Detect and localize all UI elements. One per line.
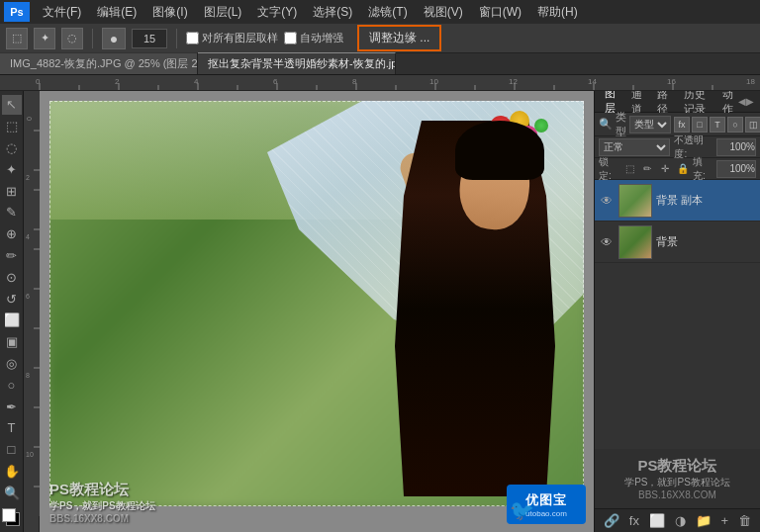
brush-size-input[interactable]: 15	[132, 29, 167, 48]
ruler-v-svg: 0 2 4 6 8 10	[24, 91, 40, 516]
filter-smart-icon[interactable]: ◫	[745, 117, 760, 133]
filter-pixel-icon[interactable]: □	[692, 117, 708, 133]
brush-tool[interactable]: ✏	[2, 246, 22, 266]
clone-tool[interactable]: ⊙	[2, 267, 22, 287]
lasso-tool-btn[interactable]: ◌	[2, 138, 22, 158]
lasso-tool[interactable]: ◌	[61, 28, 83, 49]
magic-wand-tool[interactable]: ✦	[34, 28, 55, 49]
svg-text:6: 6	[273, 77, 278, 86]
layer-delete-button[interactable]: 🗑	[738, 513, 751, 528]
layers-blend-row: 正常 溶解 不透明度:	[595, 136, 760, 158]
refine-edge-button[interactable]: 调整边缘 ...	[357, 25, 441, 51]
move-tool[interactable]: ↖	[2, 95, 22, 115]
filter-fx-icon[interactable]: fx	[674, 117, 690, 133]
layer-0-visibility[interactable]: 👁	[599, 193, 615, 209]
lock-transparent-button[interactable]: ⬚	[622, 161, 637, 177]
layer-link-button[interactable]: 🔗	[604, 513, 619, 528]
lock-position-button[interactable]: ✛	[658, 161, 673, 177]
photo-image[interactable]	[49, 101, 584, 506]
ruler-horizontal: 0 2 4 6 8 10 12 14 16 18	[0, 75, 760, 91]
tab-1[interactable]: IMG_4882-恢复的.JPG @ 25% (图层 2, RGB/8)* ✕	[0, 52, 198, 74]
blur-tool[interactable]: ◎	[2, 354, 22, 374]
fill-input[interactable]	[716, 160, 756, 178]
selection-tool[interactable]: ⬚	[2, 117, 22, 136]
ruler-h-svg: 0 2 4 6 8 10 12 14 16 18	[0, 75, 760, 90]
layers-lock-row: 锁定: ⬚ ✏ ✛ 🔒 填充:	[595, 158, 760, 180]
svg-text:14: 14	[588, 77, 597, 86]
dodge-tool[interactable]: ○	[2, 375, 22, 395]
layer-adjustment-button[interactable]: ◑	[675, 513, 686, 528]
menu-layer[interactable]: 图层(L)	[197, 2, 249, 23]
auto-enhance-checkbox[interactable]	[284, 32, 297, 44]
menu-edit[interactable]: 编辑(E)	[90, 2, 143, 23]
layer-0-thumbnail	[618, 184, 652, 218]
menu-image[interactable]: 图像(I)	[145, 2, 194, 23]
svg-text:2: 2	[115, 77, 120, 86]
layer-item-1[interactable]: 👁 背景	[595, 222, 760, 263]
svg-text:6: 6	[26, 293, 30, 300]
layer-1-thumbnail	[618, 225, 652, 259]
gradient-tool[interactable]: ▣	[2, 332, 22, 352]
photo-canvas[interactable]: PS教程论坛 学PS，就到PS教程论坛 BBS.16XX8.COM 🐦 优图宝 …	[40, 91, 594, 532]
options-bar: ⬚ ✦ ◌ ● 15 对所有图层取样 自动增强 调整边缘 ...	[0, 24, 760, 53]
sample-all-layers-checkbox[interactable]	[186, 32, 199, 44]
layers-panel: 图层 通道 路径 历史记录 动作 ◀▶ 🔍 类型 类型 名称 fx □ T ○ …	[594, 91, 760, 532]
layer-group-button[interactable]: 📁	[696, 513, 712, 528]
heal-tool[interactable]: ⊕	[2, 224, 22, 244]
ps-panel-title: PS教程论坛	[603, 457, 752, 476]
panel-collapse-button[interactable]: ◀▶	[738, 96, 754, 107]
eraser-tool[interactable]: ⬜	[2, 310, 22, 330]
hand-tool[interactable]: ✋	[2, 462, 22, 482]
quick-select-tool[interactable]: ⬚	[6, 28, 28, 49]
foreground-background-colors[interactable]	[2, 508, 22, 528]
lock-pixels-button[interactable]: ✏	[640, 161, 655, 177]
zoom-tool[interactable]: 🔍	[2, 483, 22, 502]
menu-view[interactable]: 视图(V)	[417, 2, 470, 23]
shape-tool[interactable]: □	[2, 440, 22, 460]
menu-select[interactable]: 选择(S)	[306, 2, 359, 23]
brush-size-icon[interactable]: ●	[102, 28, 126, 49]
lock-all-button[interactable]: 🔒	[675, 161, 690, 177]
tab-2[interactable]: 抠出复杂背景半透明婚纱素材-恢复的.jpg @ 100% (背景 副本, RGB…	[198, 52, 396, 74]
menu-file[interactable]: 文件(F)	[36, 2, 88, 23]
layer-panel-footer: 🔗 fx ⬜ ◑ 📁 + 🗑	[595, 508, 760, 532]
filter-shape-icon[interactable]: ○	[727, 117, 743, 133]
layer-new-button[interactable]: +	[721, 513, 729, 528]
pen-tool[interactable]: ✒	[2, 397, 22, 416]
history-brush-tool[interactable]: ↺	[2, 289, 22, 309]
layer-fx-button[interactable]: fx	[629, 513, 639, 528]
filter-type-select[interactable]: 类型 名称	[629, 116, 671, 133]
layer-1-visibility[interactable]: 👁	[599, 234, 615, 250]
fill-label: 填充:	[693, 155, 713, 183]
filter-search-icon: 🔍	[599, 118, 613, 131]
sample-all-layers-label[interactable]: 对所有图层取样	[186, 31, 278, 45]
layer-1-name: 背景	[656, 234, 756, 249]
menu-filter[interactable]: 滤镜(T)	[361, 2, 414, 23]
ps-panel-url: BBS.16XX8.COM	[603, 489, 752, 500]
filter-type-icon[interactable]: T	[710, 117, 725, 133]
photo-hair	[455, 121, 544, 180]
auto-enhance-label[interactable]: 自动增强	[284, 31, 343, 45]
svg-text:4: 4	[26, 233, 30, 240]
svg-text:8: 8	[26, 372, 30, 379]
menu-text[interactable]: 文字(Y)	[250, 2, 304, 23]
opacity-input[interactable]	[716, 138, 756, 156]
layer-0-name: 背景 副本	[656, 193, 756, 208]
svg-text:0: 0	[36, 77, 41, 86]
svg-text:12: 12	[509, 77, 518, 86]
auto-enhance-text: 自动增强	[300, 31, 343, 45]
menu-window[interactable]: 窗口(W)	[472, 2, 528, 23]
layer-item-0[interactable]: 👁 背景 副本	[595, 180, 760, 222]
lock-label: 锁定:	[599, 155, 619, 183]
layer-mask-button[interactable]: ⬜	[649, 513, 665, 528]
eyedropper-tool[interactable]: ✎	[2, 203, 22, 222]
text-tool[interactable]: T	[2, 418, 22, 438]
separator2	[176, 29, 177, 48]
menu-help[interactable]: 帮助(H)	[530, 2, 585, 23]
main-area: ↖ ⬚ ◌ ✦ ⊞ ✎ ⊕ ✏ ⊙ ↺ ⬜ ▣ ◎ ○ ✒ T □ ✋ 🔍 0	[0, 91, 760, 532]
crop-tool[interactable]: ⊞	[2, 181, 22, 201]
blend-mode-select[interactable]: 正常 溶解	[599, 138, 670, 156]
quick-select-tool-btn[interactable]: ✦	[2, 159, 22, 179]
ps-panel-sub: 学PS，就到PS教程论坛	[603, 476, 752, 489]
svg-text:0: 0	[26, 117, 33, 121]
